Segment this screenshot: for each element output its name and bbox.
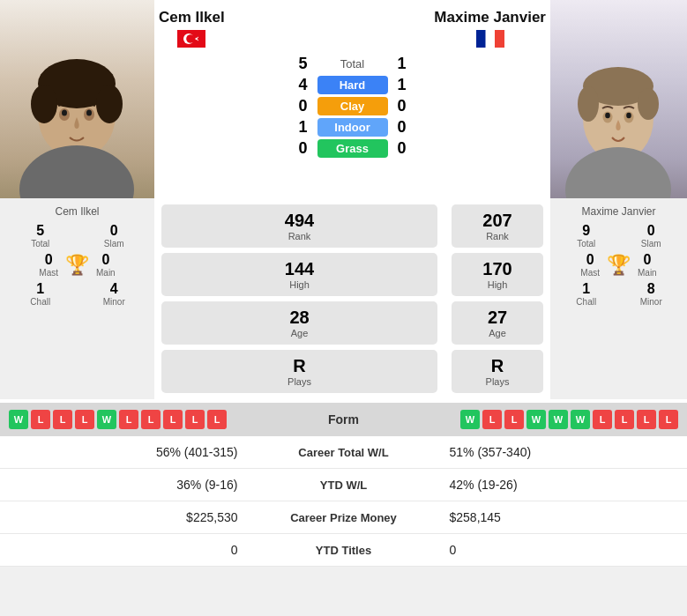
right-minor-val: 8: [647, 281, 655, 297]
center-plays-val: R: [166, 356, 433, 376]
center-rank-stat: 494 Rank: [161, 204, 437, 248]
clay-button[interactable]: Clay: [317, 97, 388, 115]
right-high-val: 170: [456, 259, 539, 279]
form-pill: W: [460, 410, 480, 429]
left-slam-val: 0: [110, 223, 118, 239]
right-chall-val: 1: [582, 281, 590, 297]
right-high-lbl: High: [456, 279, 539, 290]
left-main-stat: 0 Main: [96, 252, 116, 278]
form-pill: L: [31, 410, 50, 429]
left-player-svg: [0, 0, 154, 198]
right-trophy-row: 0 Mast 🏆 0 Main: [556, 249, 682, 281]
right-rank-lbl: Rank: [456, 231, 539, 241]
clay-score-left: 0: [296, 97, 310, 115]
center-rank-val: 494: [166, 211, 433, 231]
bottom-stat-row: 56% (401-315) Career Total W/L 51% (357-…: [0, 436, 687, 469]
bstat-right-2: $258,145: [432, 510, 688, 524]
form-pill: L: [615, 410, 634, 429]
right-slam-lbl: Slam: [641, 239, 661, 249]
right-player-photo-col: [550, 0, 687, 198]
total-score-right: 1: [395, 55, 409, 73]
left-mast-lbl: Mast: [39, 268, 58, 278]
svg-point-10: [86, 110, 92, 116]
svg-point-4: [31, 85, 57, 123]
hard-score-right: 1: [395, 76, 409, 94]
grass-score-row: 0 Grass 0: [154, 139, 550, 158]
right-plays-lbl: Plays: [456, 376, 539, 387]
indoor-button[interactable]: Indoor: [317, 118, 388, 137]
bstat-center-1: YTD W/L: [256, 479, 432, 492]
left-minor-stat: 4 Minor: [79, 281, 150, 307]
svg-point-13: [187, 34, 196, 43]
svg-point-6: [19, 145, 134, 198]
right-chall-lbl: Chall: [576, 297, 596, 307]
form-pill: L: [637, 410, 656, 429]
right-card-name: Maxime Janvier: [556, 205, 682, 218]
center-high-lbl: High: [166, 279, 433, 290]
right-center-stat-boxes: 207 Rank 170 High 27 Age R Plays: [444, 198, 550, 399]
form-pill: L: [185, 410, 205, 429]
right-plays-val: R: [456, 356, 539, 376]
left-player-name: Cem Ilkel: [159, 9, 225, 26]
grass-score-right: 0: [395, 139, 409, 158]
right-rank-val: 207: [456, 211, 539, 231]
total-score-row: 5 Total 1: [154, 55, 550, 73]
right-rank-stat: 207 Rank: [452, 204, 543, 248]
left-total-val: 5: [36, 223, 44, 239]
bstat-left-1: 36% (9-16): [0, 478, 256, 492]
right-mast-stat: 0 Mast: [580, 252, 600, 278]
form-pill: W: [9, 410, 28, 429]
center-high-stat: 144 High: [161, 253, 437, 296]
left-main-val: 0: [101, 252, 109, 268]
bstat-center-3: YTD Titles: [256, 544, 432, 557]
right-age-lbl: Age: [456, 328, 539, 338]
right-flag-icon: [476, 30, 504, 48]
center-age-lbl: Age: [166, 328, 433, 338]
right-age-val: 27: [456, 308, 539, 328]
hard-button[interactable]: Hard: [317, 76, 388, 94]
bottom-stat-row: 0 YTD Titles 0: [0, 534, 687, 567]
center-plays-lbl: Plays: [166, 376, 433, 387]
right-player-card: Maxime Janvier 9 Total 0 Slam 0 Mast 🏆: [550, 198, 687, 399]
hard-score-left: 4: [296, 76, 310, 94]
left-form-pills: WLLLWLLLLL: [9, 410, 303, 429]
grass-button[interactable]: Grass: [317, 139, 388, 158]
bstat-right-0: 51% (357-340): [432, 445, 688, 459]
form-pill: L: [482, 410, 502, 429]
right-total-val: 9: [582, 223, 590, 239]
bstat-left-0: 56% (401-315): [0, 445, 256, 459]
center-age-stat: 28 Age: [161, 301, 437, 345]
right-age-stat: 27 Age: [452, 301, 543, 345]
right-bottom-stats: 1 Chall 8 Minor: [556, 281, 682, 307]
left-card-name: Cem Ilkel: [5, 205, 149, 218]
form-pill: L: [207, 410, 227, 429]
left-slam-stat: 0 Slam: [79, 223, 150, 249]
left-chall-stat: 1 Chall: [5, 281, 76, 307]
left-slam-lbl: Slam: [104, 239, 124, 249]
form-pill: L: [163, 410, 183, 429]
svg-point-29: [626, 113, 631, 118]
bottom-stat-row: $225,530 Career Prize Money $258,145: [0, 501, 687, 534]
bottom-stats: 56% (401-315) Career Total W/L 51% (357-…: [0, 436, 687, 567]
total-label: Total: [317, 57, 388, 71]
stat-cards-row: Cem Ilkel 5 Total 0 Slam 0 Mast 🏆 0: [0, 198, 687, 399]
right-total-lbl: Total: [577, 239, 595, 249]
right-slam-stat: 0 Slam: [621, 223, 683, 249]
bstat-left-3: 0: [0, 543, 256, 557]
center-rank-lbl: Rank: [166, 231, 433, 241]
total-score-left: 5: [296, 55, 310, 73]
form-pill: L: [119, 410, 138, 429]
right-minor-lbl: Minor: [640, 297, 662, 307]
center-plays-stat: R Plays: [161, 350, 437, 393]
left-chall-lbl: Chall: [30, 297, 50, 307]
name-area: Cem Ilkel Maxime Janvier: [154, 0, 550, 52]
left-minor-lbl: Minor: [103, 297, 125, 307]
clay-score-row: 0 Clay 0: [154, 97, 550, 115]
left-total-stat: 5 Total: [5, 223, 76, 249]
left-mast-val: 0: [45, 252, 53, 268]
grass-score-left: 0: [296, 139, 310, 158]
left-mast-stat: 0 Mast: [39, 252, 58, 278]
bstat-right-3: 0: [432, 543, 688, 557]
right-total-stat: 9 Total: [556, 223, 617, 249]
form-pill: L: [593, 410, 612, 429]
